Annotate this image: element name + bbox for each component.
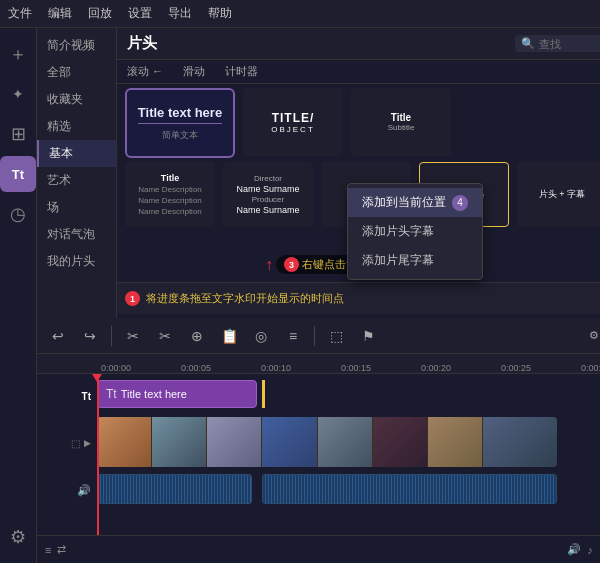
timeline: 0:00:00 0:00:05 0:00:10 0:00:15 0:00:20 … [37,354,600,535]
thumb-film-desc3: Name Description [138,207,202,216]
bottom-icon-music[interactable]: ♪ [587,544,593,556]
timeline-ruler: 0:00:00 0:00:05 0:00:10 0:00:15 0:00:20 … [37,354,600,374]
track-label-title: Tt [37,391,97,402]
menu-help[interactable]: 帮助 [208,5,232,22]
title-clip-label: Title text here [121,388,187,400]
title-clip-icon: Tt [106,387,117,401]
audio-track: 🔊 [37,472,600,508]
thumb-title2[interactable]: TITLE/ OBJECT [243,88,343,156]
playhead[interactable] [97,374,99,515]
menu-edit[interactable]: 编辑 [48,5,72,22]
menu-item-all[interactable]: 全部 [37,59,116,86]
toolbar-sep1 [111,326,112,346]
clip-end-marker [257,380,265,408]
title-track: Tt Tt Title text here [37,378,600,414]
menu-item-featured[interactable]: 精选 [37,113,116,140]
category-tabs: 滚动 ← 滑动 计时器 [117,60,600,84]
cat-tab-slide[interactable]: 滑动 [183,64,205,79]
ruler-marks: 0:00:00 0:00:05 0:00:10 0:00:15 0:00:20 … [97,354,600,373]
audio-clip-2[interactable] [262,474,557,504]
menu-export[interactable]: 导出 [168,5,192,22]
title-track-content: Tt Title text here [97,378,600,414]
sidebar-icon-text[interactable]: Tt [0,156,36,192]
audio-wave-2 [263,475,556,503]
toolbar-snapshot[interactable]: ⬚ [323,323,349,349]
toolbar-settings2[interactable]: ⚙ [581,323,600,349]
video-clip[interactable] [97,417,557,467]
thumb-director-label: Director [254,174,282,183]
context-menu-add-credits-label: 添加片尾字幕 [362,252,434,269]
menu-item-bubble[interactable]: 对话气泡 [37,221,116,248]
thumbnails-row1: Title text here 简单文本 TITLE/ OBJECT Title… [117,84,600,162]
gallery-search[interactable]: 🔍 [515,35,600,52]
menu-item-favorites[interactable]: 收藏夹 [37,86,116,113]
audio-clip-1[interactable] [97,474,252,504]
toolbar-cut[interactable]: ✂ [120,323,146,349]
title-clip[interactable]: Tt Title text here [97,380,257,408]
video-frame-2 [152,417,206,467]
toolbar-circle[interactable]: ◎ [248,323,274,349]
menu-item-art[interactable]: 艺术 [37,167,116,194]
playhead-head [92,374,102,382]
toolbar-sep2 [314,326,315,346]
thumb-director-name: Name Surname [236,184,299,194]
toolbar-cut2[interactable]: ✂ [152,323,178,349]
toolbar-list[interactable]: ≡ [280,323,306,349]
context-menu-badge: 4 [452,195,468,211]
bottom-icon-eq[interactable]: ≡ [45,544,51,556]
thumb-film-desc1: Name Description [138,185,202,194]
toolbar-flag[interactable]: ⚑ [355,323,381,349]
toolbar-add[interactable]: ⊕ [184,323,210,349]
context-menu-add-current-label: 添加到当前位置 [362,194,446,211]
menu-settings[interactable]: 设置 [128,5,152,22]
sidebar-icon-magic[interactable]: ✦ [0,76,36,112]
sidebar-icon-add[interactable]: ＋ [0,36,36,72]
toolbar-redo[interactable]: ↪ [77,323,103,349]
video-track: ⬚ ▶ [37,417,600,469]
step1-annotation-bar: 1 将进度条拖至文字水印开始显示的时间点 [117,282,600,314]
sidebar-icon-clock[interactable]: ◷ [0,196,36,232]
toolbar-clipboard[interactable]: 📋 [216,323,242,349]
step3-arrow: ↑ [265,256,273,274]
thumb-title2-sub: OBJECT [271,125,315,134]
thumb-film-title: Title [161,173,179,183]
gallery: 片头 🔍 滚动 ← 滑动 计时器 Title text here [117,28,600,318]
thumb-producer-label: Producer [252,195,284,204]
sidebar-icon-tools[interactable]: ⚙ [0,519,36,555]
thumb-title-text[interactable]: Title text here 简单文本 [125,88,235,158]
video-frame-5 [318,417,372,467]
left-menu: 简介视频 全部 收藏夹 精选 基本 艺术 场 对话气泡 我的片头 [37,28,117,318]
step1-text: 将进度条拖至文字水印开始显示的时间点 [146,291,344,306]
thumb-title-text-sublabel: 简单文本 [162,129,198,142]
menu-playback[interactable]: 回放 [88,5,112,22]
menu-item-scene[interactable]: 场 [37,194,116,221]
time-mark-10: 0:00:10 [261,363,291,373]
bottom-icon-arrows[interactable]: ⇄ [57,543,66,556]
thumb-title-text-label: Title text here [138,105,222,120]
context-menu-add-title-label: 添加片头字幕 [362,223,434,240]
bottom-icon-speaker[interactable]: 🔊 [567,543,581,556]
thumb-title3[interactable]: Title Subtitle [351,88,451,156]
menu-file[interactable]: 文件 [8,5,32,22]
thumb-title3-main: Title [391,112,411,123]
cat-tab-timer[interactable]: 计时器 [225,64,258,79]
thumb-film-desc2: Name Description [138,196,202,205]
time-mark-25: 0:00:25 [501,363,531,373]
thumb-film[interactable]: Title Name Description Name Description … [125,162,215,227]
video-track-content [97,417,600,469]
sidebar-icon-layout[interactable]: ⊞ [0,116,36,152]
menu-item-my[interactable]: 我的片头 [37,248,116,275]
thumb-director[interactable]: Director Name Surname Producer Name Surn… [223,162,313,227]
menu-item-intro[interactable]: 简介视频 [37,32,116,59]
thumb-plus[interactable]: 片头 + 字幕 [517,162,600,227]
context-menu-add-credits[interactable]: 添加片尾字幕 [348,246,482,275]
search-input[interactable] [539,38,599,50]
toolbar-undo[interactable]: ↩ [45,323,71,349]
context-menu-add-current[interactable]: 添加到当前位置 4 [348,188,482,217]
cat-tab-scroll[interactable]: 滚动 ← [127,64,163,79]
thumb-plus-line1: 片头 + 字幕 [539,188,585,201]
time-mark-30: 0:00:30 [581,363,600,373]
menu-item-basic[interactable]: 基本 [37,140,116,167]
context-menu-add-title[interactable]: 添加片头字幕 [348,217,482,246]
search-icon: 🔍 [521,37,535,50]
